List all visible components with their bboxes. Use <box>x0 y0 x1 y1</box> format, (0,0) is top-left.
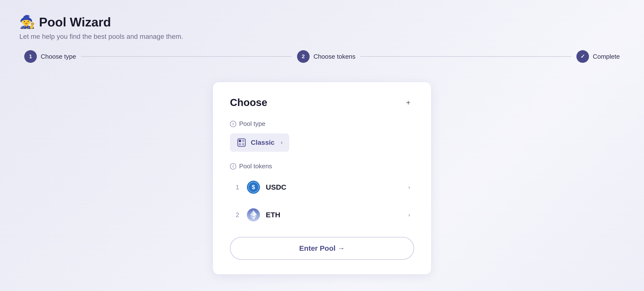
pool-tokens-section: i Pool tokens 1 $ USDC › <box>230 162 414 226</box>
svg-rect-2 <box>242 140 244 142</box>
pool-type-info-icon: i <box>230 121 236 127</box>
usdc-chevron-icon: › <box>408 184 410 191</box>
eth-name: ETH <box>266 211 402 219</box>
token-list: 1 $ USDC › 2 <box>230 176 414 226</box>
pool-tokens-info-icon: i <box>230 163 236 169</box>
usdc-icon: $ <box>247 181 260 194</box>
step-2-number: 2 <box>302 53 305 60</box>
page-subtitle: Let me help you find the best pools and … <box>20 33 624 41</box>
step-1-label: Choose type <box>41 53 76 60</box>
token-row-usdc[interactable]: 1 $ USDC › <box>230 176 414 199</box>
page-header: 🧙 Pool Wizard Let me help you find the b… <box>20 15 624 41</box>
token-row-eth[interactable]: 2 ETH › <box>230 203 414 226</box>
classic-chevron-icon: › <box>281 139 282 146</box>
card-close-button[interactable]: + <box>402 97 414 108</box>
main-card: Choose + i Pool type <box>213 82 431 274</box>
step-2: 2 Choose tokens <box>297 50 356 63</box>
step-1-circle: 1 <box>24 50 37 63</box>
step-1: 1 Choose type <box>24 50 76 63</box>
step-1-number: 1 <box>29 53 32 60</box>
usdc-name: USDC <box>266 183 402 191</box>
classic-label: Classic <box>251 139 274 146</box>
card-title: Choose <box>230 97 267 108</box>
eth-icon <box>247 208 260 221</box>
step-2-label: Choose tokens <box>314 53 356 60</box>
classic-pool-icon <box>237 138 246 147</box>
wizard-emoji: 🧙 <box>20 15 35 29</box>
step-3-circle: ✓ <box>576 50 589 63</box>
page-title: 🧙 Pool Wizard <box>20 15 624 29</box>
pool-type-label-text: Pool type <box>239 120 265 128</box>
svg-rect-3 <box>239 143 241 146</box>
check-icon: ✓ <box>580 53 585 60</box>
pool-tokens-label-text: Pool tokens <box>239 162 272 170</box>
enter-pool-button[interactable]: Enter Pool → <box>230 237 414 260</box>
classic-pool-button[interactable]: Classic › <box>230 133 289 152</box>
token-number-2: 2 <box>234 211 241 219</box>
svg-rect-4 <box>242 143 244 146</box>
step-line-1 <box>81 56 292 57</box>
pool-tokens-label: i Pool tokens <box>230 162 414 170</box>
pool-type-section: i Pool type Classic › <box>230 120 414 152</box>
step-line-2 <box>360 56 572 57</box>
card-header: Choose + <box>230 97 414 108</box>
pool-type-label: i Pool type <box>230 120 414 128</box>
step-3: ✓ Complete <box>576 50 620 63</box>
token-number-1: 1 <box>234 184 241 191</box>
stepper: 1 Choose type 2 Choose tokens ✓ Complete <box>20 50 624 63</box>
eth-chevron-icon: › <box>408 211 410 218</box>
step-2-circle: 2 <box>297 50 310 63</box>
page-title-text: Pool Wizard <box>39 15 111 29</box>
step-3-label: Complete <box>593 53 620 60</box>
svg-rect-1 <box>239 140 241 142</box>
